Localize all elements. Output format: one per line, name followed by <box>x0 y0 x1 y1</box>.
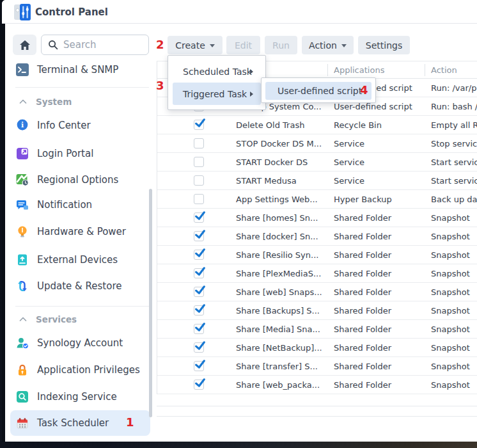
row-checkbox[interactable] <box>194 268 204 278</box>
action-cell: Start servic <box>431 157 477 167</box>
table-row[interactable]: Delete Old TrashRecycle BinEmpty all R <box>157 116 477 134</box>
svg-text:i: i <box>21 121 24 129</box>
row-checkbox[interactable] <box>194 212 204 223</box>
table-row[interactable]: Share [Backups] S...Shared FolderSnapsho… <box>157 301 477 320</box>
sidebar-item-label: Login Portal <box>37 148 93 159</box>
notification-icon <box>16 198 29 211</box>
sidebar-item-synology-account[interactable]: Synology Account <box>10 330 150 356</box>
search-box <box>41 35 149 55</box>
menu-item-label: User-defined script <box>278 86 362 96</box>
row-checkbox[interactable] <box>194 380 204 390</box>
menu-item-triggered-task[interactable]: Triggered Task <box>173 83 261 105</box>
table-row[interactable]: Share [transfer] S...Shared FolderSnapsh… <box>157 357 477 376</box>
sidebar-item-label: Indexing Service <box>37 391 117 403</box>
action-column-header[interactable]: Action <box>431 65 457 75</box>
sidebar-item-hardware-power[interactable]: Hardware & Power <box>10 219 150 244</box>
info-center-icon: i <box>16 119 29 132</box>
action-cell: Empty all R <box>431 120 477 130</box>
table-row[interactable]: App Settings Web...Hyper BackupBack up d… <box>157 190 477 209</box>
sidebar-section-system[interactable]: System <box>10 94 150 109</box>
row-checkbox[interactable] <box>194 175 204 186</box>
table-row[interactable]: Share [Resilio Syn...Shared FolderSnapsh… <box>157 246 477 264</box>
action-button[interactable]: Action <box>302 36 354 54</box>
chevron-up-icon <box>19 317 27 322</box>
applications-cell: Service <box>334 176 364 186</box>
create-button[interactable]: Create <box>168 36 223 54</box>
action-cell: Stop servic <box>431 139 477 148</box>
sidebar-item-regional-options[interactable]: Regional Options <box>10 167 150 193</box>
page-title: Control Panel <box>35 6 108 18</box>
table-row[interactable]: Share [web] Snaps...Shared FolderSnapsho… <box>157 283 477 301</box>
desktop-gap <box>2 24 5 442</box>
search-icon <box>48 40 58 50</box>
applications-cell: Shared Folder <box>334 362 391 371</box>
applications-cell: Shared Folder <box>334 343 391 353</box>
applications-cell: Shared Folder <box>334 213 391 223</box>
submenu-arrow-icon <box>250 92 253 97</box>
application-privileges-icon <box>16 364 29 376</box>
settings-button-label: Settings <box>366 40 402 51</box>
table-row[interactable]: START Docker DSServiceStart servic <box>157 153 477 172</box>
applications-cell: User-defined script <box>334 102 412 111</box>
row-checkbox[interactable] <box>194 361 204 371</box>
sidebar-item-login-portal[interactable]: Login Portal <box>10 141 150 166</box>
sidebar-item-terminal-snmp[interactable]: Terminal & SNMP <box>10 57 150 83</box>
table-row[interactable]: Share [homes] Sn...Shared FolderSnapshot <box>157 209 477 227</box>
sidebar-section-services[interactable]: Services <box>10 312 150 327</box>
row-checkbox[interactable] <box>194 305 204 316</box>
create-dropdown-menu: Scheduled Task Triggered Task <box>168 55 266 110</box>
search-input[interactable] <box>63 39 134 51</box>
row-checkbox[interactable] <box>194 157 204 167</box>
hardware-power-icon <box>16 225 29 238</box>
row-checkbox[interactable] <box>194 231 204 241</box>
row-checkbox[interactable] <box>194 138 204 148</box>
sidebar-item-application-privileges[interactable]: Application Privileges <box>10 357 150 383</box>
run-button[interactable]: Run <box>265 36 297 54</box>
sidebar-item-label: Update & Restore <box>37 280 121 292</box>
row-checkbox[interactable] <box>194 287 204 297</box>
section-label: Services <box>36 314 77 324</box>
table-row[interactable]: Share [web_packa...Shared FolderSnapshot <box>157 376 477 394</box>
section-label: System <box>36 97 72 107</box>
applications-cell: Shared Folder <box>334 380 391 390</box>
row-checkbox[interactable] <box>194 120 204 130</box>
regional-options-icon <box>16 173 29 186</box>
indexing-service-icon <box>16 390 29 403</box>
create-button-label: Create <box>175 40 205 51</box>
table-row[interactable]: Share [Media] Sna...Shared FolderSnapsho… <box>157 320 477 339</box>
task-name-cell: Delete Old Trash <box>236 120 304 130</box>
action-cell: Run: bash / <box>431 102 477 111</box>
table-row[interactable]: Share [PlexMediaS...Shared FolderSnapsho… <box>157 264 477 283</box>
update-restore-icon <box>16 280 29 292</box>
home-button[interactable] <box>13 35 36 55</box>
applications-cell: Service <box>334 139 364 148</box>
applications-cell: Recycle Bin <box>334 120 382 130</box>
table-row[interactable]: START MedusaServiceStart servic <box>157 172 477 190</box>
menu-item-user-defined-script[interactable]: User-defined script <box>265 82 371 100</box>
sidebar-item-notification[interactable]: Notification <box>10 192 150 218</box>
caret-down-icon <box>341 44 347 47</box>
sidebar-scrollbar[interactable] <box>149 189 152 417</box>
sidebar-item-info-center[interactable]: i Info Center <box>10 113 150 138</box>
applications-cell: Shared Folder <box>334 232 391 241</box>
sidebar-item-update-restore[interactable]: Update & Restore <box>10 273 150 299</box>
sidebar-item-label: Hardware & Power <box>37 226 126 237</box>
task-name-cell: Share [transfer] S... <box>236 362 318 371</box>
edit-button[interactable]: Edit <box>226 36 260 54</box>
table-row[interactable]: Share [NetBackup]...Shared FolderSnapsho… <box>157 339 477 357</box>
sidebar-item-indexing-service[interactable]: Indexing Service <box>10 384 150 410</box>
row-checkbox[interactable] <box>194 194 204 204</box>
applications-column-header[interactable]: Applications <box>334 65 384 75</box>
row-checkbox[interactable] <box>194 250 204 260</box>
table-row[interactable]: Share [docker] Sn...Shared FolderSnapsho… <box>157 227 477 246</box>
sidebar-item-external-devices[interactable]: External Devices <box>10 247 150 273</box>
row-checkbox[interactable] <box>194 342 204 353</box>
menu-item-scheduled-task[interactable]: Scheduled Task <box>173 60 261 83</box>
column-divider <box>327 64 328 76</box>
sidebar-item-label: Notification <box>37 199 92 211</box>
action-cell: Back up da <box>431 195 477 204</box>
settings-button[interactable]: Settings <box>358 36 410 54</box>
table-row[interactable]: STOP Docker DS M...ServiceStop servic <box>157 134 477 153</box>
row-checkbox[interactable] <box>194 324 204 334</box>
action-button-label: Action <box>309 40 337 51</box>
